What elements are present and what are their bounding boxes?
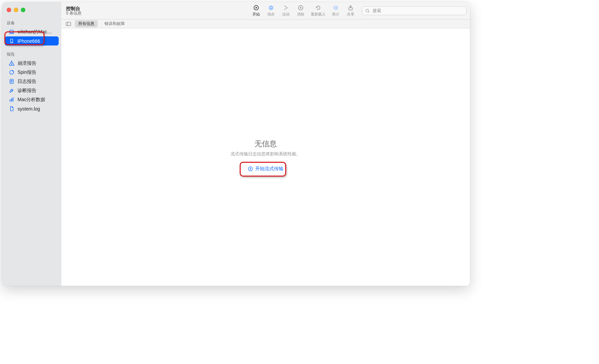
filter-errors-faults[interactable]: 错误和故障: [101, 20, 128, 27]
window-controls: [2, 2, 61, 18]
toolbar-button-label: 简介: [332, 12, 339, 17]
info-icon: i: [333, 4, 339, 11]
empty-message: 流式传输日志信息将影响系统性能。: [231, 151, 301, 157]
toolbar: 控制台 0 条信息 开始 现在: [61, 2, 470, 20]
window-title: 控制台: [66, 6, 82, 11]
toolbar-button-label: 重新载入: [311, 12, 326, 17]
sidebar-toggle-icon[interactable]: [65, 21, 71, 27]
toolbar-clear-button[interactable]: 清除: [295, 4, 306, 17]
sidebar-report-diagnostics[interactable]: 诊断报告: [5, 86, 59, 95]
phone-icon: [9, 38, 14, 44]
sidebar-item-label: system.log: [18, 106, 40, 112]
sidebar-item-label: witchan的MacBo…: [18, 29, 55, 35]
toolbar-start-button[interactable]: 开始: [251, 4, 262, 17]
svg-rect-7: [11, 98, 12, 101]
toolbar-button-label: 清除: [297, 12, 304, 17]
sidebar-report-systemlog[interactable]: system.log: [5, 104, 59, 113]
warning-icon: [9, 60, 14, 66]
svg-point-3: [11, 64, 12, 65]
search-field[interactable]: [362, 6, 467, 15]
sidebar-device-iphone[interactable]: iPhone666: [5, 36, 59, 46]
toolbar-activity-button[interactable]: 活动: [280, 4, 291, 17]
reload-icon: [315, 4, 321, 11]
toolbar-button-label: 开始: [252, 12, 260, 17]
toolbar-button-label: 活动: [282, 12, 290, 17]
spinner-icon: [9, 69, 14, 75]
share-icon: [348, 4, 354, 11]
svg-rect-8: [12, 97, 13, 101]
svg-text:i: i: [335, 6, 336, 9]
toolbar-button-label: 现在: [267, 12, 275, 17]
sidebar: 设备 witchan的MacBo… iPhone666 报告 崩溃报告: [2, 2, 61, 286]
sidebar-report-crash[interactable]: 崩溃报告: [5, 59, 59, 68]
sidebar-section-reports: 报告: [2, 49, 61, 59]
minimize-window-button[interactable]: [14, 8, 18, 12]
start-streaming-label: 开始流式传输: [255, 166, 283, 172]
svg-rect-16: [66, 22, 71, 26]
title-block: 控制台 0 条信息: [66, 6, 82, 16]
search-input[interactable]: [372, 8, 463, 13]
svg-rect-0: [10, 30, 13, 33]
now-icon: [268, 4, 274, 11]
console-window: 设备 witchan的MacBo… iPhone666 报告 崩溃报告: [2, 2, 470, 286]
main-area: 控制台 0 条信息 开始 现在: [61, 2, 470, 286]
zoom-window-button[interactable]: [21, 8, 25, 12]
empty-heading: 无信息: [231, 139, 301, 149]
toolbar-info-button[interactable]: i 简介: [330, 4, 341, 17]
sidebar-item-label: 日志报告: [18, 79, 36, 85]
empty-state: 无信息 流式传输日志信息将影响系统性能。 开始流式传输: [231, 139, 301, 175]
bars-icon: [9, 97, 14, 102]
sidebar-item-label: 诊断报告: [18, 88, 36, 94]
svg-rect-6: [10, 100, 10, 102]
toolbar-now-button[interactable]: 现在: [266, 4, 276, 17]
sidebar-section-devices: 设备: [2, 18, 61, 27]
toolbar-button-label: 共享: [347, 12, 354, 17]
sidebar-report-log[interactable]: 日志报告: [5, 77, 59, 86]
doc-list-icon: [9, 79, 14, 84]
play-icon: [253, 4, 259, 11]
sidebar-report-spin[interactable]: Spin报告: [5, 68, 59, 77]
sidebar-item-label: Spin报告: [18, 69, 36, 75]
toolbar-share-button[interactable]: 共享: [345, 4, 356, 17]
filter-bar: 所有信息 错误和故障: [61, 20, 470, 28]
doc-icon: [9, 106, 14, 112]
svg-point-15: [366, 9, 368, 12]
start-streaming-button[interactable]: 开始流式传输: [241, 162, 290, 175]
filter-all-messages[interactable]: 所有信息: [75, 20, 98, 27]
svg-point-2: [11, 42, 12, 42]
toolbar-reload-button[interactable]: 重新载入: [310, 4, 326, 17]
play-icon: [248, 166, 253, 172]
sidebar-item-label: Mac分析数据: [18, 97, 45, 103]
sidebar-item-label: 崩溃报告: [18, 60, 36, 66]
sidebar-device-macbook[interactable]: witchan的MacBo…: [5, 27, 59, 36]
sidebar-report-analytics[interactable]: Mac分析数据: [5, 95, 59, 104]
clear-icon: [298, 4, 304, 11]
window-subtitle: 0 条信息: [66, 11, 82, 16]
sidebar-item-label: iPhone666: [18, 38, 40, 44]
laptop-icon: [9, 29, 14, 35]
content-area: 无信息 流式传输日志信息将影响系统性能。 开始流式传输: [61, 28, 470, 286]
search-icon: [365, 8, 370, 13]
close-window-button[interactable]: [7, 8, 11, 12]
activity-icon: [283, 4, 289, 11]
wrench-icon: [9, 88, 14, 93]
